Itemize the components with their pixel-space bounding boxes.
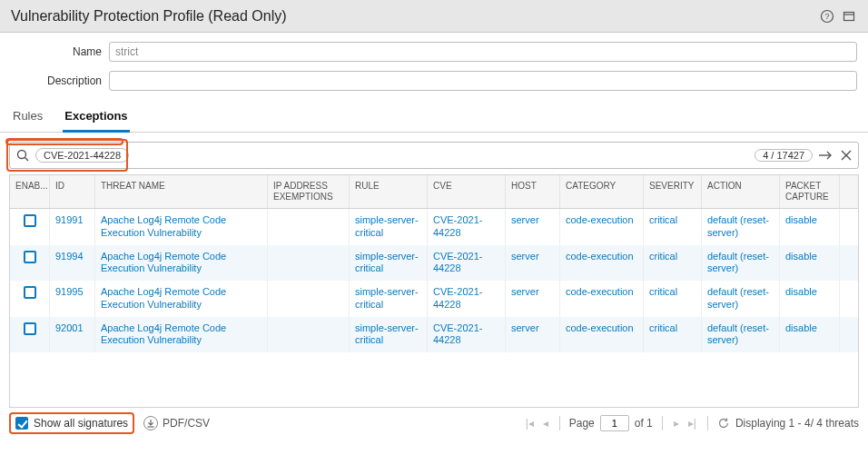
name-field[interactable]	[109, 42, 857, 62]
page-label: Page	[569, 417, 595, 430]
cell-threat-name[interactable]: Apache Log4j Remote Code Execution Vulne…	[101, 214, 226, 238]
cell-cve[interactable]: CVE-2021-44228	[433, 286, 482, 310]
description-row: Description	[11, 71, 857, 91]
tab-rules[interactable]: Rules	[11, 104, 44, 132]
table-header: ENAB... ID THREAT NAME IP ADDRESS EXEMPT…	[9, 174, 859, 209]
cell-threat-name[interactable]: Apache Log4j Remote Code Execution Vulne…	[101, 251, 226, 274]
cell-category[interactable]: code-execution	[566, 214, 634, 225]
col-cve[interactable]: CVE	[428, 175, 506, 208]
cell-packet-capture[interactable]: disable	[785, 322, 817, 333]
cell-ip-exemptions	[268, 281, 350, 317]
row-checkbox[interactable]	[24, 286, 36, 299]
cell-rule[interactable]: simple-server-critical	[355, 214, 419, 238]
col-rule[interactable]: RULE	[350, 175, 428, 208]
table-row[interactable]: 91991 Apache Log4j Remote Code Execution…	[10, 209, 858, 245]
cell-category[interactable]: code-execution	[566, 251, 634, 262]
window-title: Vulnerability Protection Profile (Read O…	[11, 8, 287, 25]
name-label: Name	[11, 45, 102, 58]
cell-threat-name[interactable]: Apache Log4j Remote Code Execution Vulne…	[101, 322, 226, 346]
svg-line-5	[25, 158, 29, 162]
tab-exceptions[interactable]: Exceptions	[63, 104, 129, 133]
col-action[interactable]: ACTION	[702, 175, 780, 208]
window-titlebar: Vulnerability Protection Profile (Read O…	[0, 0, 868, 33]
cell-rule[interactable]: simple-server-critical	[355, 251, 419, 274]
paginator: |◂ ◂ Page of 1 ▸ ▸| Displaying 1 - 4/ 4 …	[524, 415, 859, 431]
row-checkbox[interactable]	[24, 251, 36, 263]
cell-rule[interactable]: simple-server-critical	[355, 286, 419, 310]
page-next-icon[interactable]: ▸	[672, 417, 681, 430]
cell-id[interactable]: 91991	[55, 214, 84, 225]
cell-severity[interactable]: critical	[649, 322, 677, 333]
cell-id[interactable]: 91994	[55, 251, 84, 262]
cell-rule[interactable]: simple-server-critical	[355, 322, 419, 346]
cell-cve[interactable]: CVE-2021-44228	[433, 214, 482, 238]
cell-host[interactable]: server	[511, 214, 539, 225]
cell-threat-name[interactable]: Apache Log4j Remote Code Execution Vulne…	[101, 286, 226, 310]
cell-action[interactable]: default (reset-server)	[707, 214, 769, 238]
cell-id[interactable]: 92001	[55, 322, 84, 333]
col-enable[interactable]: ENAB...	[10, 175, 50, 208]
page-first-icon[interactable]: |◂	[524, 417, 536, 430]
window-mode-icon[interactable]	[841, 8, 857, 25]
cell-ip-exemptions	[268, 209, 350, 245]
page-of-label: of 1	[635, 417, 653, 430]
table-row[interactable]: 91994 Apache Log4j Remote Code Execution…	[10, 245, 858, 282]
svg-rect-2	[844, 12, 854, 20]
svg-text:?: ?	[824, 12, 829, 21]
col-host[interactable]: HOST	[506, 175, 560, 208]
cell-packet-capture[interactable]: disable	[785, 251, 817, 262]
clear-search-icon[interactable]	[840, 149, 853, 162]
col-id[interactable]: ID	[50, 175, 95, 208]
cell-host[interactable]: server	[511, 251, 539, 262]
search-icon	[15, 148, 30, 163]
displaying-label: Displaying 1 - 4/ 4 threats	[735, 417, 859, 430]
cell-severity[interactable]: critical	[649, 251, 677, 262]
page-last-icon[interactable]: ▸|	[686, 417, 698, 430]
tabs: Rules Exceptions	[0, 104, 868, 133]
refresh-icon[interactable]	[717, 417, 730, 430]
table-row[interactable]: 91995 Apache Log4j Remote Code Execution…	[10, 281, 858, 317]
cell-ip-exemptions	[268, 317, 350, 353]
cell-packet-capture[interactable]: disable	[785, 286, 817, 297]
cell-ip-exemptions	[268, 245, 350, 282]
cell-category[interactable]: code-execution	[566, 322, 634, 333]
svg-point-4	[18, 151, 26, 159]
col-threat-name[interactable]: THREAT NAME	[95, 175, 268, 208]
cell-id[interactable]: 91995	[55, 286, 84, 297]
cell-host[interactable]: server	[511, 322, 539, 333]
help-icon[interactable]: ?	[819, 8, 835, 25]
description-field[interactable]	[109, 71, 857, 91]
show-all-label: Show all signatures	[34, 417, 128, 430]
col-category[interactable]: CATEGORY	[560, 175, 644, 208]
search-query-pill[interactable]: CVE-2021-44228	[35, 148, 129, 163]
table-row[interactable]: 92001 Apache Log4j Remote Code Execution…	[10, 317, 858, 353]
cell-cve[interactable]: CVE-2021-44228	[433, 322, 482, 346]
cell-action[interactable]: default (reset-server)	[707, 322, 769, 346]
cell-packet-capture[interactable]: disable	[785, 214, 817, 225]
dialog-buttons: OK Cancel	[0, 439, 868, 455]
description-label: Description	[11, 74, 102, 87]
col-severity[interactable]: SEVERITY	[644, 175, 702, 208]
search-bar: CVE-2021-44228 4 / 17427	[9, 142, 859, 169]
cell-category[interactable]: code-execution	[566, 286, 634, 297]
download-icon	[143, 416, 158, 430]
col-ip-exemptions[interactable]: IP ADDRESS EXEMPTIONS	[268, 175, 350, 208]
pdfcsv-label: PDF/CSV	[163, 417, 210, 430]
cell-host[interactable]: server	[511, 286, 539, 297]
cell-severity[interactable]: critical	[649, 214, 677, 225]
row-checkbox[interactable]	[24, 322, 36, 335]
show-all-checkbox[interactable]	[15, 417, 28, 430]
page-prev-icon[interactable]: ◂	[541, 417, 550, 430]
show-all-signatures-toggle[interactable]: Show all signatures	[9, 412, 134, 434]
name-row: Name	[11, 42, 857, 62]
cell-action[interactable]: default (reset-server)	[707, 286, 769, 310]
col-packet-capture[interactable]: PACKET CAPTURE	[780, 175, 840, 208]
page-number-input[interactable]	[600, 415, 629, 431]
table-footer: Show all signatures PDF/CSV |◂ ◂ Page of…	[9, 408, 859, 439]
row-checkbox[interactable]	[24, 214, 36, 227]
cell-action[interactable]: default (reset-server)	[707, 251, 769, 274]
cell-severity[interactable]: critical	[649, 286, 677, 297]
export-pdf-csv[interactable]: PDF/CSV	[143, 416, 210, 430]
cell-cve[interactable]: CVE-2021-44228	[433, 251, 482, 274]
arrow-right-icon[interactable]	[818, 149, 834, 162]
